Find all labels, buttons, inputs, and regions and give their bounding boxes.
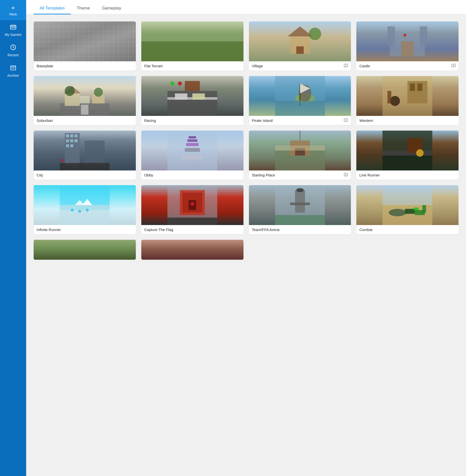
thumbnail-team-ffa-arena <box>249 185 351 225</box>
template-card-suburban[interactable]: Suburban <box>34 76 136 125</box>
svg-point-85 <box>78 210 81 213</box>
archive-icon <box>10 65 16 72</box>
tab-gameplay[interactable]: Gameplay <box>96 2 127 14</box>
svg-point-96 <box>296 188 304 192</box>
template-label-starting-place: Starting Place <box>249 170 351 180</box>
svg-point-28 <box>65 86 75 96</box>
thumbnail-city <box>34 131 136 170</box>
template-name-village: Village <box>252 64 263 68</box>
svg-rect-58 <box>66 144 69 147</box>
template-label-baseplate: Baseplate <box>34 61 136 71</box>
svg-rect-72 <box>275 146 325 151</box>
template-card-infinite-runner[interactable]: Infinite Runner <box>34 185 136 234</box>
template-name-western: Western <box>359 118 373 123</box>
thumbnail-combat <box>356 185 459 225</box>
svg-rect-26 <box>80 96 90 103</box>
thumbnail-castle <box>356 21 459 61</box>
svg-rect-43 <box>275 101 325 116</box>
template-card-village[interactable]: Village <box>249 21 351 71</box>
tab-theme[interactable]: Theme <box>71 2 96 14</box>
template-card-flat-terrain[interactable]: Flat Terrain <box>141 21 243 71</box>
sidebar-my-games-label: My Games <box>5 33 22 37</box>
svg-rect-37 <box>192 93 205 100</box>
template-name-baseplate: Baseplate <box>37 64 53 68</box>
recent-icon <box>10 44 16 52</box>
sidebar-item-recent[interactable]: Recent <box>0 40 26 61</box>
svg-rect-14 <box>296 46 304 54</box>
sidebar-archive-label: Archive <box>7 74 19 78</box>
template-card-pirate-island[interactable]: Pirate Island <box>249 76 351 125</box>
svg-rect-47 <box>410 83 415 91</box>
template-card-team-ffa-arena[interactable]: Team/FFA Arena <box>249 185 351 234</box>
template-card-combat[interactable]: Combat <box>356 185 459 234</box>
template-name-castle: Castle <box>359 64 370 68</box>
svg-rect-76 <box>383 156 432 170</box>
template-label-pirate-island: Pirate Island <box>249 116 351 125</box>
thumbnail-obby <box>141 131 243 170</box>
template-card-partial2[interactable] <box>141 240 243 260</box>
template-label-capture-the-flag: Capture The Flag <box>141 225 243 234</box>
template-card-line-runner[interactable]: Line Runner <box>356 131 459 180</box>
svg-point-79 <box>416 149 424 157</box>
svg-rect-24 <box>65 93 80 106</box>
svg-rect-54 <box>75 134 78 137</box>
thumbnail-flat-terrain <box>141 21 243 61</box>
svg-rect-50 <box>388 91 391 103</box>
svg-rect-92 <box>167 218 217 225</box>
svg-point-29 <box>94 88 103 97</box>
svg-point-49 <box>390 96 400 106</box>
svg-rect-64 <box>182 156 202 159</box>
svg-rect-55 <box>66 139 69 142</box>
svg-rect-19 <box>420 26 427 46</box>
template-name-starting-place: Starting Place <box>252 173 275 177</box>
svg-point-62 <box>61 159 64 162</box>
template-card-city[interactable]: City <box>34 131 136 180</box>
thumbnail-partial1 <box>34 240 136 260</box>
svg-rect-60 <box>85 141 105 165</box>
svg-rect-18 <box>388 26 395 46</box>
sidebar-item-my-games[interactable]: My Games <box>0 20 26 40</box>
svg-point-35 <box>178 81 182 85</box>
template-card-capture-the-flag[interactable]: Capture The Flag <box>141 185 243 234</box>
new-button[interactable]: + New <box>0 0 26 20</box>
thumbnail-suburban <box>34 76 136 116</box>
template-name-capture-the-flag: Capture The Flag <box>144 228 173 232</box>
svg-rect-1 <box>11 26 13 27</box>
svg-rect-59 <box>70 144 73 147</box>
sidebar-recent-label: Recent <box>7 53 18 57</box>
svg-rect-68 <box>189 136 196 138</box>
svg-rect-65 <box>185 148 200 152</box>
template-label-castle: Castle <box>356 61 459 71</box>
template-label-team-ffa-arena: Team/FFA Arena <box>249 225 351 234</box>
thumbnail-partial2 <box>141 240 243 260</box>
book-icon <box>452 64 456 68</box>
svg-rect-66 <box>186 143 199 146</box>
sidebar-item-archive[interactable]: Archive <box>0 61 26 81</box>
new-label: New <box>9 12 17 16</box>
svg-point-91 <box>190 202 194 206</box>
thumbnail-village <box>249 21 351 61</box>
thumbnail-starting-place <box>249 131 351 170</box>
templates-grid-area: Baseplate Flat Terrain Village Castle <box>26 14 466 476</box>
svg-rect-2 <box>14 26 15 27</box>
svg-rect-48 <box>417 83 422 91</box>
template-card-obby[interactable]: Obby <box>141 131 243 180</box>
svg-rect-81 <box>60 205 110 225</box>
svg-rect-94 <box>295 190 305 213</box>
svg-rect-33 <box>185 81 200 91</box>
template-card-baseplate[interactable]: Baseplate <box>34 21 136 71</box>
tab-all-templates[interactable]: All Templates <box>34 2 71 14</box>
thumbnail-capture-the-flag <box>141 185 243 225</box>
template-label-racing: Racing <box>141 116 243 125</box>
templates-grid: Baseplate Flat Terrain Village Castle <box>34 21 459 234</box>
template-label-city: City <box>34 170 136 180</box>
template-label-western: Western <box>356 116 459 125</box>
svg-rect-103 <box>414 208 419 210</box>
template-name-city: City <box>37 173 43 177</box>
template-card-starting-place[interactable]: Starting Place <box>249 131 351 180</box>
template-card-western[interactable]: Western <box>356 76 459 125</box>
template-card-racing[interactable]: Racing <box>141 76 243 125</box>
template-card-partial1[interactable] <box>34 240 136 260</box>
template-card-castle[interactable]: Castle <box>356 21 459 71</box>
template-label-infinite-runner: Infinite Runner <box>34 225 136 234</box>
